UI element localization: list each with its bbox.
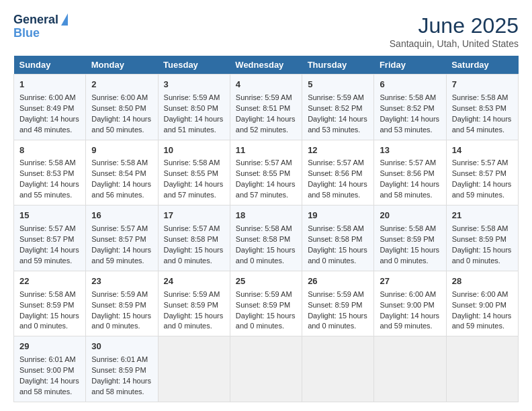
day-info-line: Sunrise: 5:59 AM [308, 93, 368, 103]
day-info-line: Sunrise: 5:58 AM [380, 224, 440, 234]
main-title: June 2025 [390, 13, 519, 38]
day-info-line: and 59 minutes. [19, 256, 80, 267]
day-info-line: Sunset: 8:59 PM [236, 300, 296, 311]
day-info-line: Daylight: 14 hours [19, 376, 80, 387]
day-info-line: Sunset: 8:53 PM [452, 103, 513, 114]
day-info-line: Daylight: 14 hours [91, 179, 152, 190]
day-info-line: Daylight: 15 hours [19, 311, 80, 322]
day-number: 6 [380, 79, 440, 91]
calendar-week-row: 15Sunrise: 5:57 AMSunset: 8:57 PMDayligh… [14, 205, 519, 271]
day-info-line: Sunrise: 5:59 AM [164, 93, 224, 103]
logo-blue-text: Blue [13, 27, 40, 40]
day-info-line: Sunset: 8:50 PM [91, 103, 152, 114]
calendar-cell: 8Sunrise: 5:58 AMSunset: 8:53 PMDaylight… [14, 140, 86, 205]
calendar-cell [374, 336, 446, 402]
day-info-line: Sunset: 8:59 PM [91, 365, 152, 376]
day-info-line: Daylight: 14 hours [91, 114, 152, 125]
day-info-line: and 0 minutes. [308, 321, 368, 332]
calendar-cell: 26Sunrise: 5:59 AMSunset: 8:59 PMDayligh… [302, 271, 374, 336]
header-day-sunday: Sunday [14, 56, 86, 75]
day-number: 1 [19, 79, 80, 91]
day-info-line: Sunset: 8:57 PM [91, 234, 152, 245]
day-info-line: Sunrise: 5:57 AM [380, 158, 440, 169]
header-day-thursday: Thursday [302, 56, 374, 75]
day-info-line: and 58 minutes. [308, 190, 368, 201]
day-info-line: Daylight: 15 hours [308, 311, 368, 322]
day-info-line: Sunset: 8:56 PM [308, 169, 368, 179]
calendar-cell: 23Sunrise: 5:59 AMSunset: 8:59 PMDayligh… [86, 271, 158, 336]
day-number: 4 [236, 79, 296, 91]
day-number: 23 [91, 275, 152, 288]
day-info-line: Sunrise: 6:01 AM [91, 355, 152, 365]
day-info-line: and 0 minutes. [308, 256, 368, 267]
calendar-cell: 9Sunrise: 5:58 AMSunset: 8:54 PMDaylight… [86, 140, 158, 205]
day-info-line: Sunset: 8:59 PM [91, 300, 152, 311]
day-number: 8 [19, 144, 80, 157]
calendar-cell: 19Sunrise: 5:58 AMSunset: 8:58 PMDayligh… [302, 205, 374, 271]
day-info-line: Daylight: 14 hours [380, 114, 440, 125]
day-info-line: Sunset: 8:57 PM [452, 169, 513, 179]
calendar-cell: 24Sunrise: 5:59 AMSunset: 8:59 PMDayligh… [158, 271, 230, 336]
calendar-cell: 11Sunrise: 5:57 AMSunset: 8:55 PMDayligh… [230, 140, 302, 205]
day-info-line: and 58 minutes. [91, 387, 152, 398]
day-number: 28 [452, 275, 513, 288]
day-info-line: Daylight: 14 hours [164, 114, 224, 125]
day-info-line: Sunrise: 5:58 AM [452, 224, 513, 234]
day-number: 24 [164, 275, 224, 288]
day-info-line: and 58 minutes. [380, 190, 440, 201]
day-info-line: Sunset: 9:00 PM [380, 300, 440, 311]
day-info-line: Sunrise: 5:57 AM [236, 158, 296, 169]
day-info-line: and 54 minutes. [452, 125, 513, 136]
day-number: 10 [164, 144, 224, 157]
calendar-cell: 22Sunrise: 5:58 AMSunset: 8:59 PMDayligh… [14, 271, 86, 336]
day-info-line: Sunrise: 5:58 AM [91, 158, 152, 169]
calendar-cell: 10Sunrise: 5:58 AMSunset: 8:55 PMDayligh… [158, 140, 230, 205]
day-number: 27 [380, 275, 440, 288]
day-info-line: Sunset: 8:53 PM [19, 169, 80, 179]
day-info-line: and 53 minutes. [308, 125, 368, 136]
day-info-line: and 0 minutes. [380, 256, 440, 267]
day-info-line: Sunset: 8:59 PM [19, 300, 80, 311]
day-info-line: Sunset: 9:00 PM [452, 300, 513, 311]
calendar-cell [302, 336, 374, 402]
day-number: 18 [236, 210, 296, 222]
day-info-line: Sunrise: 5:59 AM [164, 289, 224, 300]
calendar-cell: 28Sunrise: 6:00 AMSunset: 9:00 PMDayligh… [446, 271, 518, 336]
day-info-line: Sunset: 8:59 PM [308, 300, 368, 311]
day-info-line: Daylight: 14 hours [19, 179, 80, 190]
header-day-wednesday: Wednesday [230, 56, 302, 75]
day-info-line: Sunset: 8:58 PM [236, 234, 296, 245]
day-number: 26 [308, 275, 368, 288]
header-day-saturday: Saturday [446, 56, 518, 75]
day-info-line: Sunset: 8:55 PM [164, 169, 224, 179]
day-info-line: Sunset: 8:52 PM [380, 103, 440, 114]
calendar-week-row: 8Sunrise: 5:58 AMSunset: 8:53 PMDaylight… [14, 140, 519, 205]
title-block: June 2025 Santaquin, Utah, United States [390, 13, 519, 49]
day-number: 30 [91, 340, 152, 353]
day-info-line: and 55 minutes. [19, 190, 80, 201]
day-number: 12 [308, 144, 368, 157]
calendar-cell: 29Sunrise: 6:01 AMSunset: 9:00 PMDayligh… [14, 336, 86, 402]
day-info-line: Sunrise: 5:58 AM [308, 224, 368, 234]
day-info-line: Sunrise: 5:57 AM [452, 158, 513, 169]
calendar-cell: 30Sunrise: 6:01 AMSunset: 8:59 PMDayligh… [86, 336, 158, 402]
day-info-line: and 0 minutes. [452, 256, 513, 267]
day-number: 7 [452, 79, 513, 91]
day-number: 3 [164, 79, 224, 91]
day-number: 13 [380, 144, 440, 157]
day-info-line: and 57 minutes. [236, 190, 296, 201]
day-info-line: Sunset: 8:49 PM [19, 103, 80, 114]
day-info-line: Daylight: 14 hours [452, 179, 513, 190]
day-info-line: and 56 minutes. [91, 190, 152, 201]
calendar-cell [158, 336, 230, 402]
calendar-cell: 16Sunrise: 5:57 AMSunset: 8:57 PMDayligh… [86, 205, 158, 271]
day-info-line: Daylight: 15 hours [380, 245, 440, 256]
day-info-line: Daylight: 14 hours [452, 311, 513, 322]
day-number: 11 [236, 144, 296, 157]
calendar-cell: 14Sunrise: 5:57 AMSunset: 8:57 PMDayligh… [446, 140, 518, 205]
day-info-line: and 0 minutes. [236, 321, 296, 332]
header-day-monday: Monday [86, 56, 158, 75]
day-info-line: and 50 minutes. [91, 125, 152, 136]
day-number: 15 [19, 210, 80, 222]
logo: General Blue [13, 13, 68, 40]
